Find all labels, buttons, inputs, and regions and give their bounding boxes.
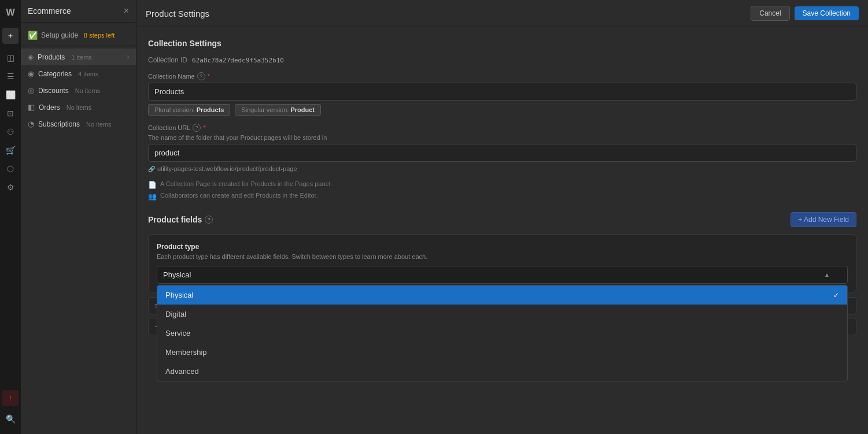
collection-name-input[interactable] xyxy=(148,83,856,101)
singular-value: Product xyxy=(290,106,315,113)
orders-count: No items xyxy=(67,104,91,111)
hint-collab-text: Collaborators can create and edit Produc… xyxy=(160,192,318,199)
panel-actions: Cancel Save Collection xyxy=(751,6,859,21)
url-required-star: * xyxy=(203,124,205,131)
option-physical[interactable]: Physical ✓ xyxy=(157,285,847,305)
setup-guide-label: Setup guide xyxy=(41,31,78,39)
setup-guide[interactable]: ✅ Setup guide 8 steps left xyxy=(21,27,136,43)
product-type-dropdown: Physical ✓ Digital Service Membership xyxy=(157,285,848,381)
product-fields-header: Product fields ? + Add New Field xyxy=(148,212,856,227)
option-digital-label: Digital xyxy=(165,310,186,318)
select-arrow-icon: ▲ xyxy=(824,272,830,278)
sidebar-item-products[interactable]: ◈ Products 1 items › xyxy=(21,49,136,65)
panel-header: Product Settings Cancel Save Collection xyxy=(136,0,868,27)
product-type-select[interactable]: Physical ▲ xyxy=(157,266,848,284)
collab-hint-icon: 👥 xyxy=(148,192,157,201)
product-type-description: Each product type has different availabl… xyxy=(157,253,848,260)
collection-name-group: Collection Name ? * Plural version: Prod… xyxy=(148,72,856,116)
url-help-icon[interactable]: ? xyxy=(193,124,201,132)
subscriptions-count: No items xyxy=(86,121,111,128)
fields-help-icon[interactable]: ? xyxy=(205,216,213,224)
product-type-label: Product type xyxy=(157,243,848,251)
ecommerce-icon[interactable]: 🛒 xyxy=(2,142,19,158)
collection-url-input[interactable] xyxy=(148,144,856,162)
sidebar-item-discounts[interactable]: ◎ Discounts No items xyxy=(21,82,136,99)
option-service[interactable]: Service xyxy=(157,324,847,343)
cancel-button[interactable]: Cancel xyxy=(751,6,789,21)
hint-pages: 📄 A Collection Page is created for Produ… xyxy=(148,180,856,189)
collection-name-label: Collection Name ? * xyxy=(148,72,856,80)
panel-content: Collection Settings Collection ID 62a8c7… xyxy=(136,27,868,434)
sidebar: Ecommerce × ✅ Setup guide 8 steps left ◈… xyxy=(21,0,136,434)
option-advanced-label: Advanced xyxy=(165,367,199,376)
collection-id-value: 62a8c78a27dedc9f5a352b10 xyxy=(192,57,284,64)
search-icon[interactable]: 🔍 xyxy=(2,411,19,427)
option-membership[interactable]: Membership xyxy=(157,343,847,362)
products-label: Products xyxy=(38,53,65,61)
collection-url-group: Collection URL ? * The name of the folde… xyxy=(148,124,856,172)
sidebar-item-orders[interactable]: ◧ Orders No items xyxy=(21,99,136,116)
subscriptions-icon: ◔ xyxy=(28,120,34,128)
error-icon[interactable]: ! xyxy=(2,390,19,406)
categories-label: Categories xyxy=(38,70,72,78)
option-service-label: Service xyxy=(165,329,190,337)
discounts-icon: ◎ xyxy=(28,86,34,95)
option-advanced[interactable]: Advanced xyxy=(157,362,847,381)
products-arrow-icon: › xyxy=(127,54,129,60)
members-icon[interactable]: ⚇ xyxy=(2,124,19,140)
webflow-logo: W xyxy=(2,5,19,21)
check-circle-icon: ✅ xyxy=(28,31,38,40)
sidebar-divider xyxy=(21,46,136,46)
navigator-icon[interactable]: ☰ xyxy=(2,68,19,84)
sidebar-section: ✅ Setup guide 8 steps left ◈ Products 1 … xyxy=(21,23,136,137)
add-button-rail[interactable]: ＋ xyxy=(2,28,19,44)
selected-type-label: Physical xyxy=(163,270,191,279)
plural-version-tag: Plural version: Products xyxy=(148,104,230,116)
settings-icon[interactable]: ⚙ xyxy=(2,179,19,195)
option-membership-label: Membership xyxy=(165,348,207,357)
panel-title: Product Settings xyxy=(146,9,209,18)
checkmark-icon: ✓ xyxy=(833,291,839,299)
collection-settings-heading: Collection Settings xyxy=(148,39,856,48)
products-count: 1 items xyxy=(71,54,91,61)
save-collection-button[interactable]: Save Collection xyxy=(795,6,859,20)
product-fields-title: Product fields ? xyxy=(148,215,213,224)
sidebar-item-categories[interactable]: ◉ Categories 4 items xyxy=(21,65,136,82)
collection-id-row: Collection ID 62a8c78a27dedc9f5a352b10 xyxy=(148,56,856,64)
cms-icon[interactable]: ⊡ xyxy=(2,105,19,121)
product-type-box: Product type Each product type has diffe… xyxy=(148,234,856,292)
add-new-field-button[interactable]: + Add New Field xyxy=(791,212,856,227)
product-type-select-wrapper: Physical ▲ Physical ✓ Digital Ser xyxy=(157,266,848,284)
steps-left-badge: 8 steps left xyxy=(84,32,114,39)
categories-count: 4 items xyxy=(78,71,98,77)
categories-icon: ◉ xyxy=(28,69,34,78)
singular-version-tag: Singular version: Product xyxy=(235,104,321,116)
option-physical-label: Physical xyxy=(165,291,193,299)
name-help-icon[interactable]: ? xyxy=(197,72,205,80)
url-preview: 🔗 utility-pages-test.webflow.io/product/… xyxy=(148,165,856,172)
assets-icon[interactable]: ⬡ xyxy=(2,161,19,177)
subscriptions-label: Subscriptions xyxy=(38,120,80,128)
discounts-label: Discounts xyxy=(38,87,69,95)
name-required-star: * xyxy=(208,73,210,80)
sidebar-header: Ecommerce × xyxy=(21,0,136,23)
option-digital[interactable]: Digital xyxy=(157,305,847,324)
collection-id-label: Collection ID xyxy=(148,56,187,64)
plural-value: Products xyxy=(197,106,224,113)
version-tags: Plural version: Products Singular versio… xyxy=(148,104,856,116)
layers-icon[interactable]: ◫ xyxy=(2,50,19,66)
icon-rail: W ＋ ◫ ☰ ⬜ ⊡ ⚇ 🛒 ⬡ ⚙ ! 🔍 xyxy=(0,0,21,434)
app-container: W ＋ ◫ ☰ ⬜ ⊡ ⚇ 🛒 ⬡ ⚙ ! 🔍 Ecommerce × ✅ Se… xyxy=(0,0,868,434)
sidebar-item-subscriptions[interactable]: ◔ Subscriptions No items xyxy=(21,116,136,132)
main-panel: Product Settings Cancel Save Collection … xyxy=(136,0,868,434)
url-description: The name of the folder that your Product… xyxy=(148,134,856,141)
page-hint-icon: 📄 xyxy=(148,181,157,189)
pages-icon[interactable]: ⬜ xyxy=(2,87,19,103)
orders-label: Orders xyxy=(39,103,60,112)
url-preview-text: utility-pages-test.webflow.io/product/pr… xyxy=(157,165,297,172)
hint-collaborators: 👥 Collaborators can create and edit Prod… xyxy=(148,192,856,201)
sidebar-close-button[interactable]: × xyxy=(124,6,129,16)
collection-url-label: Collection URL ? * xyxy=(148,124,856,132)
discounts-count: No items xyxy=(75,87,100,94)
sidebar-title: Ecommerce xyxy=(28,6,71,16)
